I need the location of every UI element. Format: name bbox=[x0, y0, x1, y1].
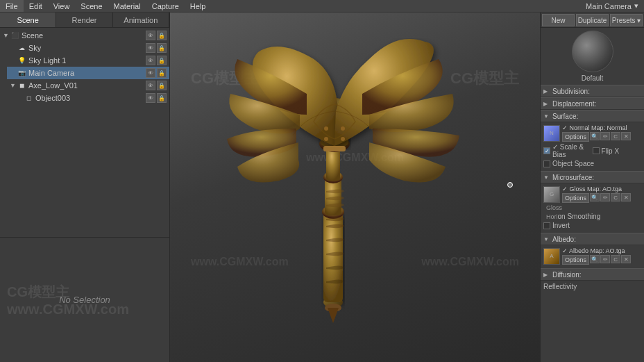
menu-file[interactable]: File bbox=[0, 0, 24, 12]
section-surface[interactable]: ▼ Surface: bbox=[541, 110, 644, 122]
section-label: Surface: bbox=[552, 113, 578, 120]
albedo-map-label: ✓ Albedo Map: AO.tga bbox=[562, 247, 641, 254]
tree-item-maincam[interactable]: 📷 Main Camera 👁 🔒 bbox=[7, 67, 169, 79]
section-albedo[interactable]: ▼ Albedo: bbox=[541, 233, 644, 245]
tab-animation[interactable]: Animation bbox=[113, 13, 169, 27]
mat-preview: Default bbox=[541, 28, 644, 85]
lock-icon[interactable]: 🔒 bbox=[157, 56, 167, 65]
albedo-clear-btn[interactable]: C bbox=[611, 255, 620, 263]
viewport[interactable]: CG模型主 www.CGMXW.com CG模型主 www.CGMXW.com … bbox=[170, 13, 540, 362]
tree-item-axe[interactable]: ▼ ◼ Axe_Low_V01 👁 🔒 bbox=[7, 79, 169, 92]
albedo-search-btn[interactable]: 🔍 bbox=[590, 255, 600, 263]
collapse-icon: ▶ bbox=[543, 88, 550, 94]
presets-button[interactable]: Presets ▾ bbox=[610, 14, 643, 26]
menu-bar: File Edit View Scene Material Capture He… bbox=[0, 0, 644, 13]
section-label: Displacement: bbox=[552, 100, 596, 108]
lock-icon[interactable]: 🔒 bbox=[157, 93, 167, 103]
right-panel: New Duplicate Presets ▾ Default ▶ Subdiv… bbox=[540, 13, 644, 362]
gloss-label-row: Gloss bbox=[543, 204, 641, 211]
new-button[interactable]: New bbox=[542, 14, 575, 26]
section-label: Microsurface: bbox=[552, 174, 594, 181]
gloss-map-label: ✓ Gloss Map: AO.tga bbox=[562, 186, 641, 192]
tree-item-scene[interactable]: ▼ ⬛ Scene 👁 🔒 bbox=[0, 29, 169, 42]
gloss-map-details: ✓ Gloss Map: AO.tga Options 🔍 ✏ C ✕ bbox=[562, 186, 641, 203]
lock-icon[interactable]: 🔒 bbox=[157, 68, 167, 78]
gloss-options-btn[interactable]: Options bbox=[562, 193, 589, 203]
right-top-buttons: New Duplicate Presets ▾ bbox=[541, 13, 644, 28]
albedo-options-btn[interactable]: Options bbox=[562, 255, 589, 265]
tree-arrow: ▼ bbox=[3, 32, 10, 39]
flip-x-checkbox[interactable] bbox=[593, 147, 600, 154]
object-icon: ◻ bbox=[24, 93, 33, 103]
tree-item-obj003[interactable]: ◻ Object003 👁 🔒 bbox=[14, 92, 169, 104]
reflectivity-row: Reflectivity bbox=[543, 283, 641, 290]
albedo-content: A ✓ Albedo Map: AO.tga Options 🔍 ✏ C ✕ bbox=[541, 245, 644, 268]
section-microsurface[interactable]: ▼ Microsurface: bbox=[541, 171, 644, 183]
eye-icon[interactable]: 👁 bbox=[146, 43, 155, 53]
collapse-icon: ▼ bbox=[543, 113, 550, 120]
menu-material[interactable]: Material bbox=[108, 0, 146, 12]
normal-map-label: ✓ Normal Map: Normal bbox=[562, 124, 641, 131]
albedo-map-thumb: A bbox=[543, 248, 560, 265]
albedo-edit-btn[interactable]: ✏ bbox=[600, 255, 610, 263]
section-label: Subdivision: bbox=[552, 88, 590, 95]
collapse-icon: ▶ bbox=[543, 101, 550, 107]
gloss-label: Gloss bbox=[546, 204, 562, 211]
section-displacement[interactable]: ▶ Displacement: bbox=[541, 97, 644, 110]
main-layout: Scene Render Animation ▼ ⬛ Scene 👁 🔒 ☁ S… bbox=[0, 13, 644, 362]
scale-bias-checkbox[interactable]: ✓ bbox=[543, 147, 550, 154]
cursor bbox=[507, 182, 513, 188]
reflectivity-label: Reflectivity bbox=[543, 283, 641, 290]
tree-item-skylight[interactable]: 💡 Sky Light 1 👁 🔒 bbox=[7, 54, 169, 67]
normal-search-btn[interactable]: 🔍 bbox=[590, 132, 600, 140]
gloss-delete-btn[interactable]: ✕ bbox=[621, 193, 631, 201]
normal-edit-btn[interactable]: ✏ bbox=[600, 132, 610, 140]
scene-tree: ▼ ⬛ Scene 👁 🔒 ☁ Sky 👁 🔒 bbox=[0, 28, 169, 237]
surface-content: N ✓ Normal Map: Normal Options 🔍 ✏ C ✕ ✓… bbox=[541, 122, 644, 171]
gloss-clear-btn[interactable]: C bbox=[611, 193, 620, 201]
tab-scene[interactable]: Scene bbox=[0, 13, 56, 27]
left-panel: Scene Render Animation ▼ ⬛ Scene 👁 🔒 ☁ S… bbox=[0, 13, 170, 362]
mesh-icon: ◼ bbox=[17, 81, 26, 90]
tree-item-sky[interactable]: ☁ Sky 👁 🔒 bbox=[7, 42, 169, 54]
eye-icon[interactable]: 👁 bbox=[146, 56, 155, 65]
section-diffusion[interactable]: ▶ Diffusion: bbox=[541, 268, 644, 281]
section-subdivision[interactable]: ▶ Subdivision: bbox=[541, 85, 644, 97]
eye-icon[interactable]: 👁 bbox=[146, 81, 155, 90]
gloss-edit-btn[interactable]: ✏ bbox=[600, 193, 610, 201]
object-space-label: Object Space bbox=[552, 160, 641, 167]
eye-icon[interactable]: 👁 bbox=[146, 68, 155, 78]
collapse-icon: ▼ bbox=[543, 236, 550, 242]
menu-help[interactable]: Help bbox=[185, 0, 212, 12]
no-selection-label: No Selection bbox=[59, 295, 110, 305]
gloss-search-btn[interactable]: 🔍 bbox=[590, 193, 600, 201]
lock-icon[interactable]: 🔒 bbox=[157, 81, 167, 90]
eye-icon[interactable]: 👁 bbox=[146, 93, 155, 103]
menu-edit[interactable]: Edit bbox=[24, 0, 48, 12]
light-icon: 💡 bbox=[17, 56, 26, 65]
gloss-map-buttons: Options 🔍 ✏ C ✕ bbox=[562, 193, 641, 203]
albedo-map-details: ✓ Albedo Map: AO.tga Options 🔍 ✏ C ✕ bbox=[562, 247, 641, 265]
menu-capture[interactable]: Capture bbox=[146, 0, 185, 12]
lock-icon[interactable]: 🔒 bbox=[157, 31, 167, 40]
horizon-smoothing-label: Hori bbox=[546, 213, 558, 220]
albedo-delete-btn[interactable]: ✕ bbox=[621, 255, 631, 263]
eye-icon[interactable]: 👁 bbox=[146, 31, 155, 40]
normal-map-row: N ✓ Normal Map: Normal Options 🔍 ✏ C ✕ bbox=[543, 124, 641, 142]
section-label: Albedo: bbox=[552, 236, 576, 243]
tab-render[interactable]: Render bbox=[56, 13, 112, 27]
lock-icon[interactable]: 🔒 bbox=[157, 43, 167, 53]
scale-bias-label: ✓ Scale & Bias bbox=[552, 143, 593, 158]
normal-clear-btn[interactable]: C bbox=[611, 132, 620, 140]
duplicate-button[interactable]: Duplicate bbox=[576, 14, 609, 26]
menu-view[interactable]: View bbox=[48, 0, 76, 12]
tree-item-icons: 👁 🔒 bbox=[146, 81, 167, 90]
normal-options-btn[interactable]: Options bbox=[562, 132, 589, 142]
normal-delete-btn[interactable]: ✕ bbox=[621, 132, 631, 140]
normal-map-thumb: N bbox=[543, 125, 560, 142]
invert-checkbox[interactable] bbox=[543, 222, 550, 229]
menu-scene[interactable]: Scene bbox=[75, 0, 108, 12]
microsurface-content: G ✓ Gloss Map: AO.tga Options 🔍 ✏ C ✕ Gl… bbox=[541, 183, 644, 233]
object-space-checkbox[interactable] bbox=[543, 161, 550, 167]
tree-item-icons: 👁 🔒 bbox=[146, 68, 167, 78]
